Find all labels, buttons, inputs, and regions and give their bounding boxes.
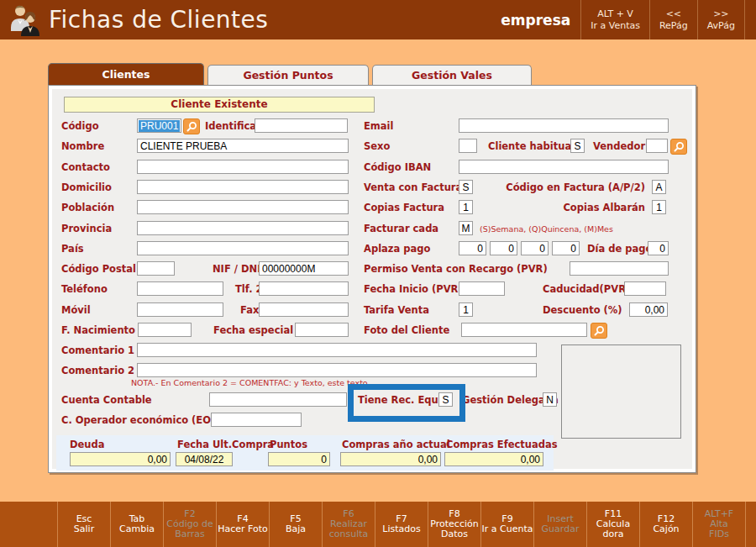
fecha-especial-label: Fecha especial: [213, 324, 293, 336]
telefono-label: Teléfono: [61, 283, 108, 295]
codigo-en-factura-input[interactable]: [652, 180, 666, 194]
contacto-label: Contacto: [61, 161, 110, 173]
gestion-delegada-input[interactable]: [543, 392, 557, 407]
deuda-label: Deuda: [70, 439, 105, 450]
cuenta-contable-input[interactable]: [209, 392, 347, 407]
page-title: Fichas de Clientes: [49, 6, 268, 34]
poblacion-label: Población: [61, 202, 114, 213]
cuenta-contable-label: Cuenta Contable: [61, 394, 152, 406]
codigo-postal-label: Código Postal: [61, 263, 136, 275]
codigo-en-factura-label: Código en Factura (A/P/2): [486, 181, 645, 193]
tiene-rec-equiv-input[interactable]: [438, 392, 453, 407]
identifica-label: Identifica: [205, 120, 256, 132]
fecha-ult-compra-value: [176, 452, 233, 466]
dia-pago-label: Día de pago: [587, 243, 652, 255]
caducidad-pvr-input[interactable]: [624, 281, 666, 296]
clients-people-icon: [7, 3, 42, 37]
nif-label: NIF / DNI: [213, 263, 260, 275]
fn-esc-salir[interactable]: EscSalir: [57, 502, 110, 547]
tab-gestion-vales[interactable]: Gestión Vales: [372, 65, 532, 85]
pvr-input[interactable]: [570, 261, 669, 276]
aplaza-pago-input-4[interactable]: [552, 241, 580, 255]
telefono-input[interactable]: [137, 281, 223, 296]
movil-input[interactable]: [137, 302, 223, 317]
poblacion-input[interactable]: [137, 200, 349, 214]
cliente-habitual-input[interactable]: [570, 139, 585, 153]
page-up-symbol: <<: [666, 8, 681, 20]
fn-f7-listados[interactable]: F7Listados: [375, 502, 428, 547]
foto-cliente-label: Foto del Cliente: [364, 324, 449, 336]
fn-f12-cajon[interactable]: F12Cajón: [639, 502, 692, 547]
fn-f2-codigo-barras: F2Código de Barras: [163, 502, 216, 547]
fn-f11-calculadora[interactable]: F11Calcula dora: [586, 502, 639, 547]
pvr-label: Permiso Venta con Recargo (PVR): [364, 263, 548, 275]
aplaza-pago-input-1[interactable]: [459, 241, 486, 255]
page-up-button[interactable]: << RePág: [649, 0, 697, 39]
aplaza-pago-label: Aplaza pago: [364, 243, 430, 255]
aplaza-pago-input-2[interactable]: [490, 241, 517, 255]
tab-gestion-puntos[interactable]: Gestión Puntos: [207, 65, 369, 85]
title-bar-divider: [744, 0, 756, 39]
goto-sales-button[interactable]: ALT + V Ir a Ventas: [580, 0, 649, 39]
domicilio-label: Domicilio: [61, 181, 112, 193]
fn-tab-cambia[interactable]: TabCambia: [110, 502, 163, 547]
deuda-value: [70, 452, 171, 466]
copias-factura-input[interactable]: [459, 200, 473, 214]
tiene-rec-equiv-label: Tiene Rec. Equiv.: [358, 394, 451, 406]
compras-ano-label: Compras año actual: [342, 439, 450, 450]
fax-input[interactable]: [259, 302, 349, 317]
tarifa-venta-input[interactable]: [459, 302, 473, 317]
fn-f5-baja[interactable]: F5Baja: [269, 502, 322, 547]
descuento-input[interactable]: [629, 302, 668, 317]
tab-clientes[interactable]: Clientes: [48, 63, 204, 85]
provincia-input[interactable]: [137, 221, 349, 235]
pais-input[interactable]: [137, 241, 349, 255]
aplaza-pago-input-3[interactable]: [521, 241, 549, 255]
codigo-search-button[interactable]: [183, 118, 200, 134]
copias-albaran-input[interactable]: [652, 200, 666, 214]
nombre-input[interactable]: [137, 139, 349, 153]
comentario2-input[interactable]: [137, 363, 537, 377]
vendedor-search-button[interactable]: [670, 139, 687, 155]
codigo-postal-input[interactable]: [137, 261, 175, 276]
comentario1-input[interactable]: [137, 343, 537, 357]
puntos-value: [268, 452, 330, 466]
eoid-input[interactable]: [211, 413, 302, 427]
email-label: Email: [364, 120, 393, 132]
page-down-symbol: >>: [713, 8, 728, 20]
iban-input[interactable]: [459, 160, 669, 174]
nif-input[interactable]: [259, 261, 349, 276]
compras-efectuadas-label: Compras Efectuadas: [446, 439, 558, 450]
venta-factura-input[interactable]: [459, 180, 473, 194]
fn-f8-proteccion-datos[interactable]: F8Protección Datos: [428, 502, 480, 547]
codigo-label: Código: [61, 120, 99, 132]
sexo-label: Sexo: [364, 140, 390, 152]
fecha-inicio-pvr-input[interactable]: [459, 281, 505, 296]
sexo-input[interactable]: [459, 139, 477, 153]
identifica-input[interactable]: [255, 118, 348, 133]
compras-efectuadas-value: [444, 452, 543, 466]
goto-sales-label: Ir a Ventas: [591, 20, 640, 32]
contacto-input[interactable]: [137, 160, 349, 174]
fn-f4-hacer-foto[interactable]: F4Hacer Foto: [216, 502, 269, 547]
vendedor-label: Vendedor: [593, 140, 645, 152]
vendedor-input[interactable]: [646, 139, 668, 153]
fn-f9-ir-a-cuenta[interactable]: F9Ir a Cuenta: [480, 502, 533, 547]
comentario1-label: Comentario 1: [61, 345, 134, 356]
email-input[interactable]: [459, 118, 669, 133]
function-key-bar: EscSalir TabCambia F2Código de Barras F4…: [0, 502, 756, 547]
copias-albaran-label: Copias Albarán: [519, 202, 645, 213]
foto-cliente-input[interactable]: [461, 323, 587, 337]
page-down-button[interactable]: >> AvPág: [697, 0, 744, 39]
facturar-cada-input[interactable]: [459, 221, 473, 235]
fecha-especial-input[interactable]: [295, 323, 349, 337]
codigo-selected-text: PRU001: [139, 120, 180, 132]
copias-factura-label: Copias Factura: [364, 202, 444, 213]
dia-pago-input[interactable]: [648, 241, 669, 255]
codigo-input[interactable]: PRU001: [137, 118, 181, 133]
domicilio-input[interactable]: [137, 180, 349, 194]
fnacimiento-input[interactable]: [138, 323, 192, 337]
tlf2-input[interactable]: [259, 281, 349, 296]
photo-placeholder: [561, 345, 681, 439]
foto-search-button[interactable]: [591, 323, 607, 339]
